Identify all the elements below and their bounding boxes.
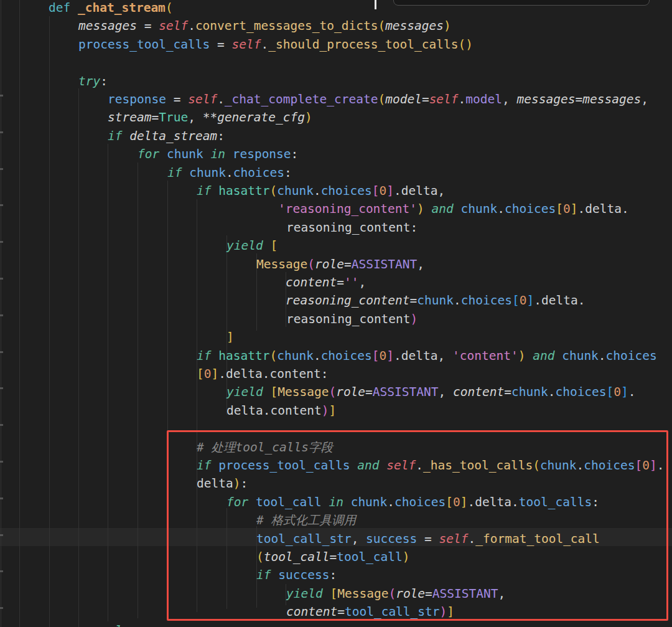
code-line[interactable]: content='', — [286, 273, 366, 291]
line-number-sliver — [0, 314, 3, 316]
code-token: delta — [226, 403, 263, 418]
code-line[interactable]: yield [Message(role=ASSISTANT, content=c… — [226, 383, 636, 401]
code-token — [211, 349, 218, 363]
red-annotation-box — [167, 430, 668, 621]
code-token: ] — [212, 367, 219, 381]
code-token: ) — [417, 202, 424, 216]
code-line[interactable]: if delta_stream: — [108, 127, 225, 145]
floating-widget-sliver[interactable] — [393, 0, 650, 6]
code-token: ) — [518, 349, 526, 363]
code-token: delta_stream — [129, 129, 217, 143]
code-token: Message — [256, 257, 307, 271]
line-number-sliver — [0, 534, 3, 536]
code-line[interactable]: 'reasoning_content') and chunk.choices[0… — [278, 200, 629, 218]
code-token — [454, 202, 461, 216]
code-token: [ — [372, 349, 380, 363]
code-token: chunk — [461, 202, 498, 216]
code-line[interactable]: delta.content)] — [226, 402, 336, 420]
code-token: delta — [541, 293, 578, 308]
code-token: ( — [329, 385, 336, 399]
indent-guide — [78, 88, 79, 627]
code-token: if — [197, 349, 211, 363]
code-token: [ — [270, 385, 278, 399]
code-token: : — [137, 623, 144, 627]
code-line[interactable]: else: — [108, 621, 144, 627]
code-token: chunk — [167, 147, 203, 161]
code-line[interactable]: for chunk in response: — [138, 145, 298, 163]
code-line[interactable]: response = self._chat_complete_create(mo… — [108, 90, 648, 108]
code-token: delta — [226, 367, 263, 381]
code-token: 0 — [380, 184, 387, 198]
code-token — [263, 238, 271, 253]
code-token: ) — [322, 403, 329, 418]
code-token — [159, 147, 167, 161]
code-token: messages — [582, 92, 641, 106]
code-token: delta — [401, 349, 438, 363]
code-editor[interactable]: def _chat_stream(messages = self.convert… — [0, 0, 672, 627]
code-line[interactable]: def _chat_stream( — [49, 0, 173, 17]
code-line[interactable]: if chunk.choices: — [167, 164, 292, 182]
line-number-sliver — [0, 204, 3, 206]
code-token: [ — [607, 385, 614, 399]
code-line[interactable]: Message(role=ASSISTANT, — [256, 255, 424, 273]
code-line[interactable]: stream=True, **generate_cfg) — [108, 108, 312, 126]
indent-guide — [138, 163, 138, 618]
code-token: . — [226, 166, 233, 180]
code-token: hasattr — [218, 184, 269, 198]
code-token — [182, 166, 189, 180]
code-token: , — [641, 92, 648, 106]
code-token: else — [108, 623, 137, 627]
code-token — [525, 349, 533, 363]
code-token: [ — [372, 184, 380, 198]
code-token: response — [233, 147, 291, 161]
code-token: for — [138, 147, 159, 161]
code-line[interactable]: yield [ — [226, 237, 278, 255]
code-token: in — [210, 147, 225, 161]
code-token: . — [263, 367, 270, 381]
code-line[interactable]: if hasattr(chunk.choices[0].delta, — [197, 182, 445, 200]
line-number-sliver — [0, 131, 3, 133]
code-token: ] — [329, 403, 336, 418]
code-line[interactable]: if hasattr(chunk.choices[0].delta, 'cont… — [197, 347, 657, 365]
code-token: : — [217, 129, 225, 143]
code-token: 'content' — [452, 349, 518, 363]
code-token: ] — [386, 349, 394, 363]
code-token: . — [263, 403, 271, 418]
code-line[interactable]: ] — [226, 328, 234, 346]
code-token: chunk — [277, 184, 314, 198]
code-line[interactable]: process_tool_calls = self._should_proces… — [78, 35, 473, 54]
indent-guide — [108, 144, 108, 621]
code-token: [ — [270, 238, 278, 253]
code-token: ( — [459, 37, 466, 52]
code-token: = — [344, 257, 352, 271]
code-token: content — [269, 367, 320, 381]
code-token: ] — [386, 184, 394, 198]
code-line[interactable]: messages = self.convert_messages_to_dict… — [78, 17, 451, 35]
code-token: response — [108, 92, 166, 106]
code-token — [70, 1, 78, 15]
code-token — [225, 147, 233, 161]
code-token: : — [411, 220, 418, 235]
code-token: ASSISTANT — [373, 385, 439, 399]
code-line[interactable]: [0].delta.content: — [197, 365, 328, 383]
code-token: reasoning_content — [286, 312, 411, 326]
code-token: messages — [517, 92, 576, 106]
code-line[interactable]: try: — [78, 72, 108, 90]
line-number-sliver — [0, 241, 3, 243]
code-token: . — [218, 367, 226, 381]
code-token: ) — [411, 312, 418, 326]
code-line[interactable]: reasoning_content=chunk.choices[0].delta… — [286, 291, 585, 309]
code-token: yield — [226, 238, 263, 253]
code-token: . — [217, 92, 225, 106]
line-number-sliver — [0, 387, 3, 389]
code-token: content — [453, 385, 504, 399]
code-token: self — [188, 92, 217, 106]
code-token: : — [321, 367, 329, 381]
code-line[interactable]: reasoning_content) — [286, 310, 418, 328]
code-line[interactable]: reasoning_content: — [286, 219, 418, 237]
code-token: . — [577, 202, 585, 216]
code-token: choices — [461, 293, 512, 308]
code-token: , — [502, 92, 516, 106]
code-token: True — [159, 110, 188, 125]
code-token: ] — [621, 385, 628, 399]
